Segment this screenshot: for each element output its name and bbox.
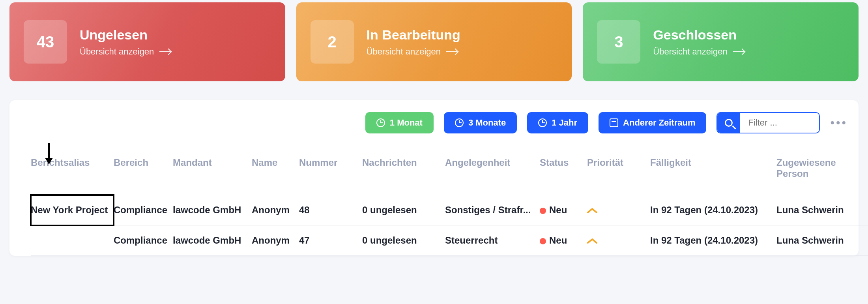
arrow-right-icon bbox=[733, 51, 744, 52]
range-1-year-button[interactable]: 1 Jahr bbox=[527, 112, 588, 133]
col-extra bbox=[859, 157, 868, 195]
col-nachrichten[interactable]: Nachrichten bbox=[362, 157, 445, 195]
arrow-right-icon bbox=[159, 51, 170, 52]
cell-nachrichten: 0 ungelesen bbox=[362, 195, 445, 225]
col-name[interactable]: Name bbox=[252, 157, 299, 195]
card-closed-title: Geschlossen bbox=[653, 27, 744, 43]
status-dot-icon bbox=[540, 208, 546, 214]
table-row[interactable]: New York Project Compliance lawcode GmbH… bbox=[31, 195, 868, 225]
col-bereich[interactable]: Bereich bbox=[114, 157, 173, 195]
clock-icon bbox=[376, 118, 385, 127]
card-in-progress-title: In Bearbeitung bbox=[367, 27, 460, 43]
annotation-arrow-icon bbox=[48, 143, 50, 163]
cell-extra bbox=[859, 225, 868, 256]
reports-panel: 1 Monat 3 Monate 1 Jahr Anderer Zeitraum… bbox=[9, 100, 859, 256]
cell-status: Neu bbox=[540, 195, 587, 225]
clock-icon bbox=[455, 118, 464, 127]
col-status[interactable]: Status bbox=[540, 157, 587, 195]
calendar-icon bbox=[610, 118, 618, 127]
cell-name: Anonym bbox=[252, 225, 299, 256]
cell-faelligkeit: In 92 Tagen (24.10.2023) bbox=[650, 225, 776, 256]
filter-input[interactable] bbox=[740, 118, 819, 128]
reports-table: Berichtsalias Bereich Mandant Name Numme… bbox=[31, 157, 868, 256]
cell-person: Luna Schwerin bbox=[776, 225, 859, 256]
card-in-progress[interactable]: 2 In Bearbeitung Übersicht anzeigen bbox=[296, 2, 572, 81]
cell-bereich: Compliance bbox=[114, 195, 173, 225]
card-unread[interactable]: 43 Ungelesen Übersicht anzeigen bbox=[9, 2, 285, 81]
col-alias[interactable]: Berichtsalias bbox=[31, 157, 114, 195]
clock-icon bbox=[538, 118, 547, 127]
arrow-right-icon bbox=[446, 51, 457, 52]
cell-name: Anonym bbox=[252, 195, 299, 225]
more-menu-button[interactable]: ••• bbox=[830, 116, 847, 129]
cell-nachrichten: 0 ungelesen bbox=[362, 225, 445, 256]
card-unread-subtitle: Übersicht anzeigen bbox=[80, 47, 170, 57]
cell-extra bbox=[859, 195, 868, 225]
col-prioritaet[interactable]: Priorität bbox=[587, 157, 650, 195]
cell-angelegenheit: Steuerrecht bbox=[445, 225, 540, 256]
card-closed-subtitle: Übersicht anzeigen bbox=[653, 47, 744, 57]
cell-status: Neu bbox=[540, 225, 587, 256]
cell-bereich: Compliance bbox=[114, 225, 173, 256]
cell-alias bbox=[31, 225, 114, 256]
col-person[interactable]: Zugewiesene Person bbox=[776, 157, 859, 195]
table-row[interactable]: Compliance lawcode GmbH Anonym 47 0 unge… bbox=[31, 225, 868, 256]
table-header-row: Berichtsalias Bereich Mandant Name Numme… bbox=[31, 157, 868, 195]
card-closed-count: 3 bbox=[597, 20, 640, 64]
col-angelegenheit[interactable]: Angelegenheit bbox=[445, 157, 540, 195]
card-unread-count: 43 bbox=[24, 20, 67, 64]
cell-mandant: lawcode GmbH bbox=[173, 195, 252, 225]
col-nummer[interactable]: Nummer bbox=[299, 157, 362, 195]
card-in-progress-subtitle: Übersicht anzeigen bbox=[367, 47, 460, 57]
cell-faelligkeit: In 92 Tagen (24.10.2023) bbox=[650, 195, 776, 225]
cell-person: Luna Schwerin bbox=[776, 195, 859, 225]
priority-up-icon bbox=[587, 208, 597, 213]
cell-angelegenheit: Sonstiges / Strafr... bbox=[445, 195, 540, 225]
cell-prioritaet bbox=[587, 195, 650, 225]
search-icon bbox=[725, 119, 733, 127]
card-in-progress-count: 2 bbox=[311, 20, 354, 64]
search-button[interactable] bbox=[717, 113, 740, 133]
cell-alias: New York Project bbox=[31, 195, 114, 225]
cell-mandant: lawcode GmbH bbox=[173, 225, 252, 256]
cell-nummer: 47 bbox=[299, 225, 362, 256]
cell-prioritaet bbox=[587, 225, 650, 256]
card-unread-title: Ungelesen bbox=[80, 27, 170, 43]
toolbar: 1 Monat 3 Monate 1 Jahr Anderer Zeitraum… bbox=[31, 112, 847, 133]
status-dot-icon bbox=[540, 238, 546, 244]
col-mandant[interactable]: Mandant bbox=[173, 157, 252, 195]
cell-nummer: 48 bbox=[299, 195, 362, 225]
summary-cards: 43 Ungelesen Übersicht anzeigen 2 In Bea… bbox=[0, 2, 868, 81]
range-3-months-button[interactable]: 3 Monate bbox=[444, 112, 517, 133]
range-1-month-button[interactable]: 1 Monat bbox=[365, 112, 434, 133]
range-custom-button[interactable]: Anderer Zeitraum bbox=[599, 112, 706, 133]
priority-up-icon bbox=[587, 238, 597, 244]
col-faelligkeit[interactable]: Fälligkeit bbox=[650, 157, 776, 195]
filter-search bbox=[716, 112, 820, 133]
card-closed[interactable]: 3 Geschlossen Übersicht anzeigen bbox=[583, 2, 859, 81]
